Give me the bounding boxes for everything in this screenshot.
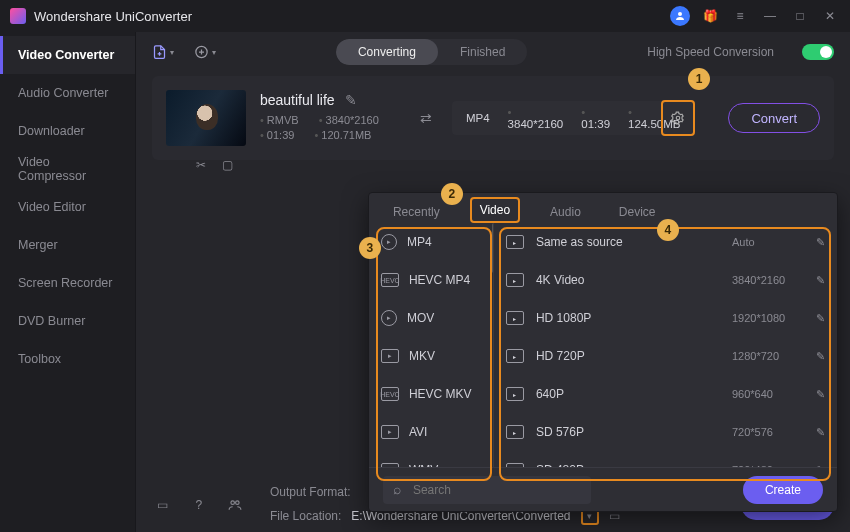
sidebar-item-screen-recorder[interactable]: Screen Recorder [0,264,135,302]
popover-tab-audio[interactable]: Audio [542,201,589,223]
sidebar-item-toolbox[interactable]: Toolbox [0,340,135,378]
people-icon[interactable] [224,494,246,516]
gift-icon[interactable]: 🎁 [700,6,720,26]
swap-icon[interactable]: ⇄ [414,110,438,126]
res-640p[interactable]: ▸640P960*640✎ [494,375,837,413]
sidebar-item-dvd-burner[interactable]: DVD Burner [0,302,135,340]
format-list[interactable]: ▸MP4 HEVCHEVC MP4 ▸MOV ▸MKV HEVCHEVC MKV… [369,223,494,467]
add-file-button[interactable]: ▾ [152,41,174,63]
sidebar-item-downloader[interactable]: Downloader [0,112,135,150]
sidebar-item-audio-converter[interactable]: Audio Converter [0,74,135,112]
convert-button[interactable]: Convert [728,103,820,133]
out-duration: 01:39 [581,106,610,130]
popover-tab-device[interactable]: Device [611,201,664,223]
format-mp4[interactable]: ▸MP4 [369,223,493,261]
clip-thumbnail[interactable] [166,90,246,146]
callout-4: 4 [657,219,679,241]
sidebar-item-merger[interactable]: Merger [0,226,135,264]
format-hevc-mkv[interactable]: HEVCHEVC MKV [369,375,493,413]
edit-icon[interactable]: ✎ [816,464,825,468]
edit-icon[interactable]: ✎ [816,236,825,249]
out-format: MP4 [466,112,490,124]
close-icon[interactable]: ✕ [820,6,840,26]
format-wmv[interactable]: ▸WMV [369,451,493,467]
callout-2: 2 [441,183,463,205]
popover-footer: Create [369,467,837,511]
toolbar: ▾ ▾ Converting Finished High Speed Conve… [136,32,850,72]
edit-icon[interactable]: ✎ [816,274,825,287]
out-res: 3840*2160 [508,106,564,130]
sidebar-item-video-converter[interactable]: Video Converter [0,36,135,74]
svg-point-3 [231,501,235,505]
output-format-label: Output Format: [270,485,351,499]
res-480p[interactable]: ▸SD 480P720*480✎ [494,451,837,467]
file-location-label: File Location: [270,509,341,523]
edit-icon[interactable]: ✎ [816,350,825,363]
format-hevc-mp4[interactable]: HEVCHEVC MP4 [369,261,493,299]
popover-tab-video[interactable]: Video [470,197,520,223]
clip-title: beautiful life [260,92,335,108]
rename-icon[interactable]: ✎ [345,92,357,108]
callout-1: 1 [688,68,710,90]
svg-point-4 [236,501,240,505]
sidebar-item-video-editor[interactable]: Video Editor [0,188,135,226]
menu-icon[interactable]: ≡ [730,6,750,26]
help-icon[interactable]: ? [188,494,210,516]
src-format: RMVB [260,114,299,126]
callout-3: 3 [359,237,381,259]
high-speed-toggle[interactable] [802,44,834,60]
status-tabs: Converting Finished [336,39,527,65]
src-size: 120.71MB [314,129,371,141]
popover-tabs: Recently Video Audio Device [369,193,837,223]
app-title: Wondershare UniConverter [34,9,192,24]
clip-info: beautiful life ✎ RMVB 3840*2160 01:39 12… [260,92,400,144]
edit-icon[interactable]: ✎ [816,312,825,325]
sidebar: Video Converter Audio Converter Download… [0,32,136,532]
app-logo [10,8,26,24]
format-search-input[interactable] [383,476,591,504]
src-duration: 01:39 [260,129,294,141]
format-mkv[interactable]: ▸MKV [369,337,493,375]
edit-icon[interactable]: ✎ [816,388,825,401]
svg-point-0 [678,12,682,16]
user-icon[interactable] [670,6,690,26]
res-4k[interactable]: ▸4K Video3840*2160✎ [494,261,837,299]
maximize-icon[interactable]: □ [790,6,810,26]
cut-icon[interactable]: ✂ [196,158,206,172]
high-speed-label: High Speed Conversion [647,45,774,59]
format-popover: 2 3 4 Recently Video Audio Device ▸MP4 H… [368,192,838,512]
title-bar: Wondershare UniConverter 🎁 ≡ — □ ✕ [0,0,850,32]
tab-finished[interactable]: Finished [438,39,527,65]
output-settings-button[interactable] [661,100,695,136]
minimize-icon[interactable]: — [760,6,780,26]
book-icon[interactable]: ▭ [152,494,174,516]
svg-point-2 [677,116,681,120]
format-avi[interactable]: ▸AVI [369,413,493,451]
sidebar-item-video-compressor[interactable]: Video Compressor [0,150,135,188]
res-576p[interactable]: ▸SD 576P720*576✎ [494,413,837,451]
tab-converting[interactable]: Converting [336,39,438,65]
create-button[interactable]: Create [743,476,823,504]
resolution-list[interactable]: ▸Same as sourceAuto✎ ▸4K Video3840*2160✎… [494,223,837,467]
main-panel: ▾ ▾ Converting Finished High Speed Conve… [136,32,850,532]
edit-icon[interactable]: ✎ [816,426,825,439]
src-res: 3840*2160 [319,114,379,126]
res-1080p[interactable]: ▸HD 1080P1920*1080✎ [494,299,837,337]
clip-card: ✂ ▢ beautiful life ✎ RMVB 3840*2160 01:3… [152,76,834,160]
output-summary[interactable]: MP4 3840*2160 01:39 124.50MB [452,101,695,135]
crop-icon[interactable]: ▢ [222,158,233,172]
res-720p[interactable]: ▸HD 720P1280*720✎ [494,337,837,375]
add-folder-button[interactable]: ▾ [194,41,216,63]
popover-tab-recently[interactable]: Recently [385,201,448,223]
format-mov[interactable]: ▸MOV [369,299,493,337]
